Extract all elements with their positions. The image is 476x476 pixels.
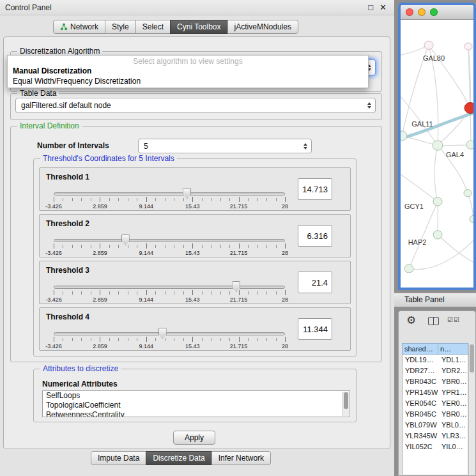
close-window-icon[interactable]: ✕	[380, 3, 387, 12]
table-row[interactable]: YLR345WYLR3…	[403, 431, 468, 441]
table-cell: YBR045C	[403, 409, 440, 420]
slider-major-tick	[239, 290, 240, 295]
slider-thumb[interactable]	[121, 234, 130, 245]
slider-major-tick	[239, 337, 240, 342]
table-cell: YBL079W	[403, 420, 440, 431]
slider-tick-label: -3.426	[45, 296, 62, 303]
slider-thumb[interactable]	[183, 188, 191, 199]
network-edge	[434, 146, 438, 202]
network-node[interactable]	[424, 41, 433, 49]
slider-tick-label: 28	[282, 250, 288, 256]
threshold-value-field[interactable]: 11.344	[298, 318, 332, 340]
threshold-slider[interactable]: -3.4262.8599.14415.4321.71528	[54, 280, 285, 303]
network-edge	[438, 108, 470, 146]
slider-tick-label: 9.144	[139, 343, 154, 349]
thresholds-group: Threshold's Coordinates for 5 Intervals …	[33, 158, 357, 357]
slider-major-tick	[192, 337, 193, 342]
tab-label: Style	[112, 22, 129, 31]
numerical-attributes-label: Numerical Attributes	[42, 380, 118, 388]
slider-track[interactable]	[54, 192, 285, 196]
algorithm-option[interactable]: Equal Width/Frequency Discretization	[8, 76, 368, 86]
gear-icon[interactable]: ⚙	[406, 315, 416, 326]
table-data-select[interactable]: galFiltered.sif default node	[15, 98, 376, 113]
tab-label: jActiveMNodules	[234, 22, 291, 31]
table-column-header[interactable]: n…	[438, 343, 468, 355]
zoom-light-icon[interactable]	[430, 8, 438, 16]
network-node[interactable]	[404, 265, 413, 273]
close-light-icon[interactable]	[406, 8, 413, 16]
select-columns-checkbox-icons[interactable]: ☑☑	[447, 316, 460, 323]
tab-select[interactable]: Select	[135, 20, 171, 34]
table-row[interactable]: YBR043CYBR0…	[403, 376, 468, 387]
node-table-window: ⚙ ☑☑ shared…n… YDL19…YDL1…YDR27…YDR2…YBR…	[398, 311, 476, 476]
threshold-panel-1: Threshold 1-3.4262.8599.14415.4321.71528…	[39, 167, 351, 211]
node-label: GAL11	[411, 121, 433, 128]
threshold-slider[interactable]: -3.4262.8599.14415.4321.71528	[54, 187, 285, 210]
tab-cyni-toolbox[interactable]: Cyni Toolbox	[170, 20, 227, 34]
attribute-list-item[interactable]: SelfLoops	[43, 391, 349, 401]
network-node[interactable]	[464, 43, 472, 50]
tab-discretize-data[interactable]: Discretize Data	[146, 451, 211, 465]
table-body: YDL19…YDL1…YDR27…YDR2…YBR043CYBR0…YPR145…	[403, 355, 468, 475]
window-title: Control Panel	[5, 3, 52, 12]
slider-major-tick	[239, 243, 240, 249]
network-node[interactable]	[433, 141, 443, 150]
algorithm-option[interactable]: Manual Discretization	[8, 66, 368, 76]
network-canvas[interactable]: GAL80GAL11GAL4GCY1HAP2	[401, 20, 473, 273]
slider-tick-label: 21.715	[230, 203, 248, 210]
table-row[interactable]: YER054CYER0…	[403, 398, 468, 409]
table-cell: YER054C	[403, 398, 440, 409]
threshold-value-field[interactable]: 21.4	[298, 272, 332, 293]
slider-thumb[interactable]	[158, 328, 167, 339]
window-controls: □ ✕	[368, 3, 387, 12]
slider-minor-ticks	[54, 245, 285, 248]
network-node[interactable]	[464, 190, 472, 197]
slider-track[interactable]	[54, 239, 285, 242]
table-scrollbar[interactable]	[468, 343, 475, 475]
slider-tick-label: 21.715	[230, 250, 248, 256]
tab-impute-data[interactable]: Impute Data	[91, 451, 146, 465]
tab-infer-network[interactable]: Infer Network	[211, 451, 271, 465]
numerical-attributes-list[interactable]: SelfLoopsTopologicalCoefficientBetweenne…	[42, 390, 350, 417]
tab-jactivemnodules[interactable]: jActiveMNodules	[227, 20, 298, 34]
attribute-list-item[interactable]: TopologicalCoefficient	[43, 401, 349, 410]
scrollbar-thumb[interactable]	[344, 392, 348, 409]
table-row[interactable]: YBL079WYBL0…	[403, 420, 468, 431]
apply-button[interactable]: Apply	[173, 431, 215, 445]
number-of-intervals-select[interactable]: 5	[138, 139, 312, 153]
table-row[interactable]: YDR27…YDR2…	[403, 365, 468, 376]
slider-tick-label: 15.43	[185, 343, 200, 349]
network-node[interactable]	[433, 231, 442, 239]
threshold-slider[interactable]: -3.4262.8599.14415.4321.71528	[54, 327, 285, 350]
columns-icon[interactable]	[428, 317, 439, 325]
threshold-value-field[interactable]: 6.316	[298, 225, 332, 247]
slider-tick-label: 28	[282, 343, 288, 349]
table-row[interactable]: YPR145WYPR1…	[403, 387, 468, 398]
slider-track[interactable]	[54, 286, 285, 289]
network-graph[interactable]: GAL80GAL11GAL4GCY1HAP2	[401, 20, 473, 273]
slider-track[interactable]	[54, 332, 285, 335]
threshold-slider[interactable]: -3.4262.8599.14415.4321.71528	[54, 234, 285, 257]
network-node[interactable]	[466, 141, 473, 149]
scrollbar-thumb[interactable]	[470, 344, 474, 372]
discretize-panel: Discretization Algorithm Select algorith…	[3, 36, 390, 449]
tab-network[interactable]: Network	[53, 20, 105, 34]
slider-major-tick	[100, 337, 100, 342]
table-row[interactable]: YIL052CYIL0…	[403, 441, 468, 452]
table-cell: YBL0…	[440, 420, 468, 431]
network-node[interactable]	[433, 197, 442, 206]
threshold-value-field[interactable]: 14.713	[298, 178, 332, 200]
float-window-icon[interactable]: □	[368, 3, 373, 12]
table-row[interactable]: YBR045CYBR0…	[403, 409, 468, 420]
attribute-list-item[interactable]: BetweennessCentrality	[43, 410, 349, 417]
tab-style[interactable]: Style	[105, 20, 136, 34]
minimize-light-icon[interactable]	[418, 8, 426, 16]
slider-major-tick	[239, 197, 240, 202]
table-row[interactable]: YDL19…YDL1…	[403, 355, 468, 365]
table-column-header[interactable]: shared…	[402, 343, 438, 355]
network-view-window: GAL80GAL11GAL4GCY1HAP2	[398, 3, 476, 290]
network-node[interactable]	[470, 215, 473, 222]
network-node-selected[interactable]	[464, 102, 473, 113]
network-node[interactable]	[401, 131, 407, 141]
list-scrollbar[interactable]	[342, 392, 349, 416]
